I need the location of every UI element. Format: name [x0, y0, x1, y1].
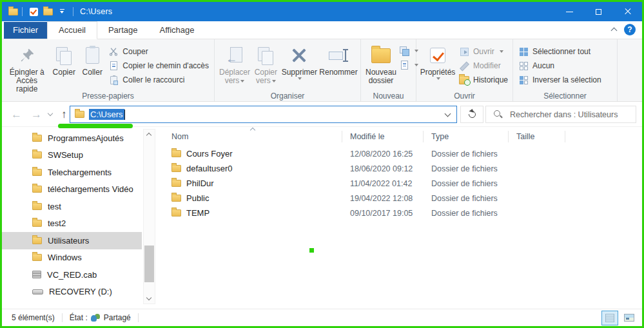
- invert-selection-button[interactable]: Inverser la sélection: [516, 73, 604, 87]
- history-icon: [459, 75, 469, 85]
- sidebar-item[interactable]: test: [2, 198, 142, 215]
- column-header-size[interactable]: Taille: [509, 131, 565, 142]
- sidebar-item-icon: [32, 151, 42, 159]
- file-type: Dossier de fichiers: [424, 164, 509, 173]
- move-to-button[interactable]: ← Déplacer vers: [217, 43, 252, 85]
- rename-button[interactable]: Renommer: [319, 43, 358, 77]
- refresh-icon: [467, 110, 476, 119]
- search-input[interactable]: [509, 110, 628, 120]
- forward-button[interactable]: →: [31, 109, 42, 120]
- tab-accueil[interactable]: Accueil: [47, 21, 97, 39]
- history-button[interactable]: Historique: [456, 73, 511, 87]
- sidebar-item[interactable]: Telechargements: [2, 164, 142, 181]
- file-row[interactable]: Public 19/04/2022 12:08 Dossier de fichi…: [159, 191, 642, 206]
- caret-icon: [298, 77, 302, 80]
- easy-access-icon: [399, 46, 409, 56]
- history-label: Historique: [473, 75, 508, 84]
- new-folder-icon: [371, 48, 391, 63]
- properties-button[interactable]: Propriétés: [419, 43, 456, 80]
- text-cursor: [124, 110, 126, 120]
- close-button[interactable]: [613, 2, 642, 21]
- file-row[interactable]: PhilDur 11/04/2022 01:42 Dossier de fich…: [159, 176, 642, 191]
- ribbon-group-organize: ← Déplacer vers Copier vers Supprimer Re…: [215, 39, 361, 101]
- column-header-name[interactable]: Nom: [159, 131, 342, 142]
- back-button[interactable]: ←: [11, 109, 22, 120]
- new-folder-label: Nouveau dossier: [366, 68, 396, 85]
- large-icons-view-button[interactable]: [621, 311, 638, 325]
- collapse-ribbon-button[interactable]: [612, 25, 616, 35]
- tab-partage[interactable]: Partage: [97, 22, 149, 39]
- copy-path-icon: [108, 61, 119, 71]
- qat-customize-button[interactable]: [55, 4, 69, 19]
- select-all-button[interactable]: Sélectionner tout: [516, 44, 604, 59]
- sidebar-item-icon: [32, 237, 42, 244]
- tab-fichier[interactable]: Fichier: [4, 22, 47, 39]
- maximize-button[interactable]: [584, 2, 613, 21]
- window-controls: [555, 2, 642, 21]
- up-button[interactable]: ↑: [61, 109, 67, 120]
- copy-to-label: Copier vers: [255, 68, 277, 85]
- file-explorer-window: C:\Users Fichier Accueil Partage Afficha…: [0, 0, 644, 328]
- paste-label: Coller: [83, 68, 102, 77]
- sidebar-item-label: Utilisateurs: [48, 236, 89, 246]
- scroll-down-icon[interactable]: [146, 295, 151, 300]
- file-row[interactable]: defaultuser0 18/06/2020 09:12 Dossier de…: [159, 161, 642, 176]
- pin-to-quick-access-button[interactable]: Épingler à Accès rapide: [5, 43, 49, 93]
- sidebar-item[interactable]: SWSetup: [2, 147, 142, 164]
- scroll-up-icon[interactable]: [146, 133, 151, 138]
- file-modified-date: 12/08/2020 16:25: [342, 150, 424, 159]
- tab-affichage[interactable]: Affichage: [148, 22, 205, 39]
- help-button[interactable]: ?: [624, 24, 636, 35]
- sidebar-item[interactable]: téléchargements Vidéo: [2, 181, 142, 198]
- new-folder-button[interactable]: Nouveau dossier: [364, 43, 398, 85]
- sidebar-item[interactable]: VC_RED.cab: [2, 266, 142, 284]
- window-title: C:\Users: [80, 7, 112, 16]
- paste-button[interactable]: Coller: [79, 43, 106, 77]
- edit-button[interactable]: Modifier: [456, 59, 511, 73]
- open-button[interactable]: Ouvrir: [456, 44, 511, 59]
- column-header-type[interactable]: Type: [424, 131, 509, 142]
- sidebar-item-label: test: [48, 202, 61, 211]
- sidebar-item-icon: [32, 203, 42, 210]
- copy-path-button[interactable]: Copier le chemin d'accès: [106, 59, 211, 73]
- sidebar-scrollbar[interactable]: [143, 129, 155, 304]
- properties-icon: [430, 48, 445, 63]
- file-modified-date: 18/06/2020 09:12: [342, 164, 424, 173]
- minimize-button[interactable]: [555, 2, 584, 21]
- details-view-button[interactable]: [601, 311, 618, 325]
- qat-properties-button[interactable]: [26, 4, 41, 19]
- address-dropdown-button[interactable]: [445, 110, 451, 117]
- paste-shortcut-icon: [108, 75, 119, 85]
- search-icon: [494, 110, 502, 119]
- paste-shortcut-label: Coller le raccourci: [122, 75, 184, 84]
- address-input[interactable]: C:\Users: [70, 106, 457, 123]
- cut-button[interactable]: Couper: [106, 44, 211, 59]
- paste-shortcut-button[interactable]: Coller le raccourci: [106, 73, 211, 87]
- close-icon: [624, 8, 632, 15]
- qat-new-folder-button[interactable]: [41, 4, 55, 19]
- column-header-modified[interactable]: Modifié le: [342, 131, 424, 142]
- caret-icon: [272, 80, 276, 82]
- sidebar-item[interactable]: test2: [2, 215, 142, 233]
- sidebar-item[interactable]: Utilisateurs: [2, 232, 142, 249]
- refresh-button[interactable]: [460, 106, 483, 123]
- edit-label: Modifier: [473, 61, 501, 70]
- search-box[interactable]: [485, 106, 636, 123]
- file-row[interactable]: TEMP 09/10/2017 19:05 Dossier de fichier…: [159, 206, 642, 220]
- sidebar-item[interactable]: ProgrammesAjoutés: [2, 130, 142, 147]
- file-type: Dossier de fichiers: [424, 179, 509, 188]
- copy-to-button[interactable]: Copier vers: [252, 43, 280, 85]
- delete-button[interactable]: Supprimer: [280, 43, 319, 80]
- sidebar-item[interactable]: Windows: [2, 249, 142, 267]
- copy-button[interactable]: Copier: [49, 43, 79, 77]
- share-state: État : Partagé: [70, 313, 131, 322]
- shared-people-icon: [91, 314, 101, 322]
- select-none-button[interactable]: Aucun: [516, 59, 604, 73]
- recent-locations-button[interactable]: [48, 110, 53, 115]
- sidebar-item[interactable]: RECOVERY (D:): [2, 284, 142, 301]
- minimize-icon: [566, 12, 573, 12]
- file-row[interactable]: Cours Foyer 12/08/2020 16:25 Dossier de …: [159, 146, 642, 161]
- folder-icon: [171, 209, 181, 217]
- address-path-selected: C:\Users: [89, 109, 124, 120]
- scrollbar-thumb[interactable]: [144, 246, 154, 282]
